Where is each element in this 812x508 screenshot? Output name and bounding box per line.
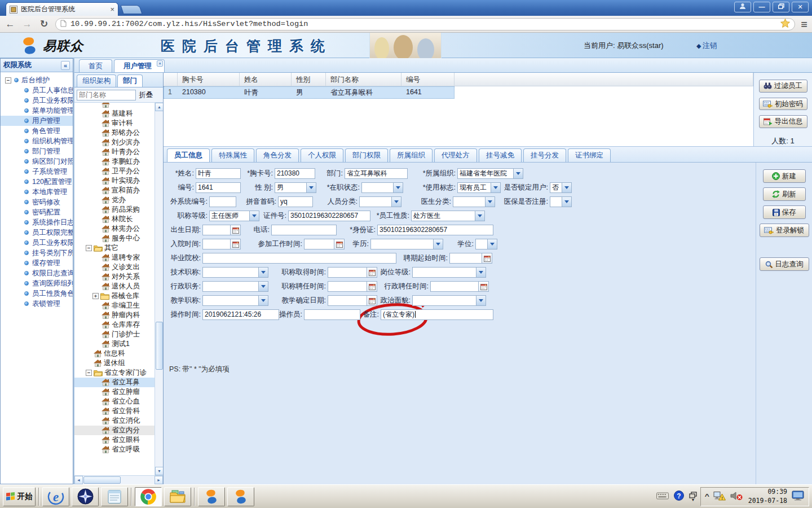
- dropdown-arrow-icon[interactable]: [475, 211, 485, 221]
- sidebar-item[interactable]: 员工人事信息管: [1, 85, 73, 95]
- dept-tree-item[interactable]: 林宪办公: [74, 224, 155, 234]
- quicklaunch-chrome[interactable]: [135, 487, 162, 506]
- calendar-picker-icon[interactable]: [479, 281, 489, 292]
- form-select[interactable]: 处方医生: [411, 211, 475, 221]
- sidebar-item[interactable]: 菜单功能管理: [1, 106, 73, 116]
- form-select[interactable]: 主任医师: [209, 211, 250, 221]
- dept-tree-item[interactable]: 叶青办公: [74, 147, 155, 157]
- sidebar-item[interactable]: 子系统管理: [1, 167, 73, 177]
- form-date-input[interactable]: [202, 225, 231, 235]
- back-icon[interactable]: ←: [5, 19, 16, 30]
- sidebar-item[interactable]: 员工性质角色: [1, 288, 73, 299]
- dept-tree-item[interactable]: +器械仓库: [74, 291, 155, 301]
- form-select[interactable]: [202, 295, 259, 306]
- dept-tree-item[interactable]: 省立肿瘤: [74, 387, 155, 397]
- column-header-性别[interactable]: 性别: [292, 73, 326, 86]
- sidebar-item[interactable]: 挂号类别下所: [1, 248, 73, 258]
- form-input[interactable]: 1641: [196, 182, 241, 193]
- dept-tree-item[interactable]: 省立骨科: [74, 406, 155, 416]
- calendar-picker-icon[interactable]: [367, 281, 377, 292]
- form-select[interactable]: [550, 196, 562, 207]
- tray-expand-icon[interactable]: ^: [705, 493, 709, 500]
- dept-tree-item[interactable]: 退休组: [74, 358, 155, 368]
- dept-tree-item[interactable]: 基建科: [74, 109, 155, 119]
- tab-close-icon[interactable]: ×: [157, 60, 163, 67]
- tab-代理处方[interactable]: 代理处方: [434, 148, 477, 162]
- tab-所属组织[interactable]: 所属组织: [390, 148, 433, 162]
- dept-tree-item[interactable]: 省立心血: [74, 397, 155, 406]
- dept-tree-item[interactable]: 卫平办公: [74, 167, 155, 176]
- dept-tree-item[interactable]: 省立呼吸: [74, 445, 155, 454]
- volume-muted-icon[interactable]: [730, 491, 744, 502]
- sidebar-item[interactable]: 员工业务权限: [1, 238, 73, 248]
- dept-tree-item[interactable]: 服务中心: [74, 234, 155, 243]
- dropdown-arrow-icon[interactable]: [562, 182, 572, 193]
- dropdown-arrow-icon[interactable]: [514, 168, 523, 179]
- button-登录解锁[interactable]: 登录解锁: [760, 224, 809, 237]
- form-select[interactable]: [475, 239, 488, 249]
- close-button[interactable]: ✕: [792, 2, 809, 12]
- tab-部门权限[interactable]: 部门权限: [345, 148, 388, 162]
- bookmark-star-icon[interactable]: [780, 19, 790, 29]
- form-input[interactable]: 2019062121:45:26: [202, 309, 279, 320]
- dropdown-arrow-icon[interactable]: [491, 182, 501, 193]
- table-row[interactable]: 1210380叶青男省立耳鼻喉科1641: [164, 86, 454, 99]
- form-input[interactable]: 叶青: [196, 168, 241, 179]
- dept-tree-item[interactable]: 李鹏虹办: [74, 157, 155, 167]
- dropdown-arrow-icon[interactable]: [259, 281, 268, 292]
- horizontal-scrollbar[interactable]: ◄ ►: [74, 475, 163, 484]
- sidebar-item[interactable]: 部门管理: [1, 146, 73, 156]
- form-select[interactable]: 福建省老年医院: [457, 168, 514, 179]
- form-date-input[interactable]: [304, 239, 334, 249]
- form-input[interactable]: 210380: [275, 168, 315, 179]
- form-select[interactable]: [412, 267, 476, 278]
- dept-tree-item[interactable]: 宣和苗办: [74, 186, 155, 195]
- sidebar-item[interactable]: 系统操作日志查: [1, 217, 73, 227]
- calendar-picker-icon[interactable]: [334, 239, 345, 249]
- dept-tree-item[interactable]: [74, 103, 155, 109]
- dropdown-arrow-icon[interactable]: [476, 295, 486, 306]
- dept-tree-item[interactable]: 肿瘤内科: [74, 310, 155, 320]
- sidebar-item[interactable]: 员工业务权限管: [1, 95, 73, 106]
- dept-tree-item[interactable]: −省立专家门诊: [74, 368, 155, 378]
- form-date-input[interactable]: [202, 239, 231, 249]
- browser-tab[interactable]: 医院后台管理系统 ×: [6, 2, 118, 16]
- network-warning-icon[interactable]: !: [713, 491, 726, 502]
- button-新建[interactable]: 新建: [763, 169, 806, 183]
- sidebar-item[interactable]: 组织机构管理: [1, 136, 73, 146]
- form-date-input[interactable]: [328, 267, 367, 278]
- sidebar-item[interactable]: 权限日志查询: [1, 268, 73, 278]
- quicklaunch-ie[interactable]: e: [42, 487, 69, 506]
- quicklaunch-ylz[interactable]: [198, 487, 225, 506]
- logout-link[interactable]: ◆注销: [696, 41, 717, 51]
- button-初始密码[interactable]: 初始密码: [759, 98, 807, 111]
- form-input[interactable]: yq: [278, 196, 313, 207]
- dept-tree-item[interactable]: 门诊护士: [74, 330, 155, 339]
- dept-tree-item[interactable]: 义诊支出: [74, 262, 155, 272]
- tree-expand-icon[interactable]: +: [92, 293, 99, 299]
- column-header-姓名[interactable]: 姓名: [240, 73, 292, 86]
- tab-close-icon[interactable]: ×: [110, 6, 114, 13]
- form-select[interactable]: [412, 295, 476, 306]
- dropdown-arrow-icon[interactable]: [259, 267, 268, 278]
- form-select[interactable]: [202, 267, 259, 278]
- start-button[interactable]: 开始: [3, 487, 36, 506]
- sidebar-item[interactable]: 病区部门对照: [1, 156, 73, 167]
- dropdown-arrow-icon[interactable]: [562, 196, 572, 207]
- form-select[interactable]: 现有员工: [457, 182, 491, 193]
- form-select[interactable]: 男: [275, 182, 307, 193]
- form-select[interactable]: 否: [550, 182, 562, 193]
- calendar-picker-icon[interactable]: [231, 225, 241, 235]
- keyboard-tray-icon[interactable]: [656, 492, 669, 501]
- tab-首页[interactable]: 首页: [79, 59, 112, 72]
- sidebar-item[interactable]: 查询医师组列: [1, 278, 73, 288]
- form-select[interactable]: [361, 182, 394, 193]
- dept-tree-item[interactable]: 省立耳鼻: [74, 378, 155, 387]
- tree-collapse-icon[interactable]: −: [86, 245, 92, 251]
- vertical-scrollbar[interactable]: ▲ ▼: [155, 103, 163, 475]
- dept-tree-item[interactable]: 对外关系: [74, 272, 155, 282]
- form-date-input[interactable]: [328, 295, 367, 306]
- sidebar-item[interactable]: 本地库管理: [1, 187, 73, 197]
- dept-tree-item[interactable]: 省立消化: [74, 416, 155, 426]
- sidebar-item[interactable]: 密码配置: [1, 207, 73, 217]
